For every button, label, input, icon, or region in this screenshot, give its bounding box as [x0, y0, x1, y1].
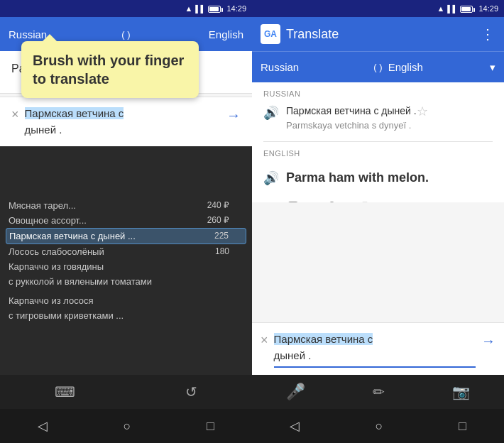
home-button-right[interactable]: ○	[376, 419, 383, 434]
input-text-line2: дыней .	[25, 124, 62, 136]
menu-item-8: Карпаччо из лосося	[6, 293, 246, 308]
english-speaker-icon[interactable]: 🔊	[263, 170, 279, 186]
signal-icon: ▌▌	[195, 5, 205, 13]
input-highlighted-text: Пармская ветчина с	[25, 107, 124, 119]
english-translation: Parma ham with melon.	[286, 169, 429, 187]
right-battery-indicator	[460, 4, 473, 13]
right-nav-bar: ◁ ○ □	[252, 409, 504, 443]
right-translate-arrow[interactable]: →	[481, 333, 495, 349]
status-icons: ▲ ▌▌ 14:29	[185, 4, 246, 13]
spacer-area	[252, 202, 504, 322]
camera-icon[interactable]: 📷	[452, 383, 470, 400]
back-button-left[interactable]: ◁	[38, 418, 48, 434]
russian-transliteration: Parmskaya vetchina s dynyeï .	[286, 119, 417, 133]
right-time-display: 14:29	[478, 4, 498, 13]
pencil-icon[interactable]: ✏	[373, 383, 385, 400]
right-panel: ▲ ▌▌ 14:29 GA Translate ⋮ Russian ( ) En…	[252, 0, 504, 443]
right-lang-bar[interactable]: Russian ( ) English ▾	[252, 51, 504, 82]
menu-item-5: Карпаччо из говядины	[6, 259, 246, 274]
home-button-left[interactable]: ○	[124, 419, 131, 434]
left-target-lang[interactable]: English	[136, 28, 243, 40]
translation-section: RUSSIAN 🔊 Пармская ветчина с дыней . Par…	[252, 82, 504, 202]
left-input-area[interactable]: × Пармская ветчина с дыней . →	[0, 97, 252, 146]
right-input-line1: Пармская ветчина с	[274, 333, 373, 345]
recents-button-left[interactable]: □	[207, 419, 214, 434]
time-display: 14:29	[226, 4, 246, 13]
left-source-lang[interactable]: Russian	[9, 28, 116, 40]
english-section: ENGLISH 🔊 Parma ham with melon.	[252, 142, 504, 195]
right-target-lang: English	[388, 61, 423, 73]
keyboard-icon[interactable]: ⌨	[55, 383, 75, 400]
menu-item-3-highlighted: Пармская ветчина с дыней ...225	[6, 228, 246, 244]
right-wifi-icon: ▲	[437, 4, 444, 13]
swap-lang-icon[interactable]: ( )	[121, 29, 130, 40]
left-panel: ▲ ▌▌ 14:29 Russian ( ) English Parma ham…	[0, 0, 252, 443]
left-input-text[interactable]: Пармская ветчина с дыней .	[25, 106, 221, 138]
tooltip-line2: to translate	[33, 71, 109, 87]
right-signal-icon: ▌▌	[447, 5, 457, 13]
russian-label: RUSSIAN	[252, 82, 504, 101]
russian-speaker-icon[interactable]: 🔊	[263, 105, 279, 121]
russian-original: Пармская ветчина с дыней .	[286, 104, 417, 119]
app-title: Translate	[286, 27, 481, 42]
right-input-line2: дыней .	[274, 349, 312, 361]
battery-indicator	[208, 4, 221, 13]
right-input-text[interactable]: Пармская ветчина с дыней .	[274, 330, 476, 368]
more-options-icon[interactable]: ⋮	[481, 26, 495, 43]
menu-item-1: Мясная тарел...240 ₽	[6, 198, 246, 213]
clear-input-icon[interactable]: ×	[11, 107, 19, 122]
left-nav-bar: ◁ ○ □	[0, 409, 252, 443]
left-status-bar: ▲ ▌▌ 14:29	[0, 0, 252, 17]
star-icon[interactable]: ☆	[417, 104, 428, 119]
right-status-icons: ▲ ▌▌ 14:29	[437, 4, 498, 13]
right-clear-icon[interactable]: ×	[261, 333, 268, 348]
rotate-icon[interactable]: ↺	[185, 383, 197, 400]
russian-content-row: 🔊 Пармская ветчина с дыней . Parmskaya v…	[252, 101, 504, 141]
back-button-right[interactable]: ◁	[290, 418, 300, 434]
english-label: ENGLISH	[252, 142, 504, 160]
menu-item-4: Лосось слабосолёный180	[6, 244, 246, 259]
menu-item-6: с рукколой и вялеными томатами	[6, 274, 246, 289]
translate-arrow-icon[interactable]: →	[226, 107, 241, 124]
tooltip-line1: Brush with your finger	[33, 53, 184, 68]
menu-text-overlay: Мясная тарел...240 ₽ Овощное ассорт...26…	[0, 146, 252, 375]
camera-view[interactable]: Мясная тарел...240 ₽ Овощное ассорт...26…	[0, 146, 252, 375]
menu-item-2: Овощное ассорт...260 ₽	[6, 213, 246, 228]
right-source-lang[interactable]: Russian	[261, 61, 368, 73]
translate-app-icon: GA	[261, 24, 280, 44]
mic-icon[interactable]: 🎤	[286, 383, 305, 401]
wifi-icon: ▲	[185, 4, 192, 13]
tooltip-bubble: Brush with your finger to translate	[21, 41, 199, 98]
app-header: GA Translate ⋮	[252, 17, 504, 51]
recents-button-right[interactable]: □	[459, 419, 466, 434]
right-bottom-toolbar: 🎤 ✏ 📷	[252, 375, 504, 409]
right-target-lang-container[interactable]: English ▾	[388, 61, 495, 74]
russian-section: RUSSIAN 🔊 Пармская ветчина с дыней . Par…	[252, 82, 504, 141]
english-content-row: 🔊 Parma ham with melon.	[252, 160, 504, 195]
right-status-bar: ▲ ▌▌ 14:29	[252, 0, 504, 17]
left-bottom-toolbar: ⌨ ↺	[0, 375, 252, 409]
menu-item-9: с тигровыми криветками ...	[6, 308, 246, 323]
right-swap-lang-icon[interactable]: ( )	[373, 62, 382, 72]
russian-text-block: Пармская ветчина с дыней . Parmskaya vet…	[286, 104, 417, 133]
right-input-area[interactable]: × Пармская ветчина с дыней . →	[252, 322, 504, 375]
action-icons-row	[252, 195, 504, 202]
chevron-down-icon[interactable]: ▾	[490, 61, 495, 74]
